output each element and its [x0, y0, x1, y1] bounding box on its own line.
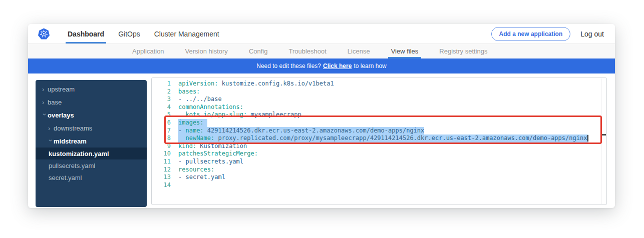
tree-item-label: kustomization.yaml: [49, 150, 109, 158]
section-tab-license[interactable]: License: [348, 44, 370, 58]
line-number: 8: [152, 134, 171, 142]
line-content: patchesStrategicMerge:: [178, 150, 258, 158]
line-content: kind: Kustomization: [178, 142, 247, 150]
section-tab-view-files[interactable]: View files: [391, 44, 419, 58]
code-lines: 1apiVersion: kustomize.config.k8s.io/v1b…: [152, 80, 600, 189]
chevron-right-icon: ›: [42, 86, 48, 93]
line-content: resources:: [178, 166, 214, 174]
code-line-6[interactable]: 6images:: [152, 119, 600, 127]
tree-item-label: overlays: [48, 112, 74, 119]
line-content: images:: [178, 119, 207, 127]
line-content: kots.io/app-slug: mysampleecrapp: [178, 111, 301, 119]
code-line-9[interactable]: 9kind: Kustomization: [152, 142, 600, 150]
code-line-1[interactable]: 1apiVersion: kustomize.config.k8s.io/v1b…: [152, 80, 600, 88]
overview-ruler-cursor-mark: [600, 134, 606, 136]
logout-button[interactable]: Log out: [580, 30, 604, 38]
line-content: apiVersion: kustomize.config.k8s.io/v1be…: [178, 80, 334, 88]
code-line-2[interactable]: 2bases:: [152, 88, 600, 96]
section-tab-config[interactable]: Config: [249, 44, 268, 58]
yaml-editor[interactable]: 1apiVersion: kustomize.config.k8s.io/v1b…: [151, 78, 607, 205]
chevron-down-icon: ›: [47, 139, 55, 144]
tree-item-kustomization-yaml[interactable]: kustomization.yaml: [36, 148, 147, 160]
tree-item-pullsecrets-yaml[interactable]: pullsecrets.yaml: [36, 160, 147, 172]
kubernetes-logo-icon: [38, 28, 50, 40]
line-number: 5: [152, 111, 171, 119]
chevron-right-icon: ›: [42, 98, 48, 106]
line-number: 6: [152, 119, 171, 127]
tree-item-label: base: [48, 98, 62, 106]
main-tab-dashboard[interactable]: Dashboard: [61, 24, 111, 44]
line-number: 7: [152, 127, 171, 135]
line-number: 14: [152, 182, 171, 190]
line-number: 3: [152, 96, 171, 104]
line-number: 11: [152, 158, 171, 166]
tree-item-label: secret.yaml: [49, 174, 82, 182]
line-number: 10: [152, 150, 171, 158]
line-content: - name: 429114214526.dkr.ecr.us-east-2.a…: [178, 127, 424, 135]
tree-item-upstream[interactable]: ›upstream: [36, 82, 147, 96]
banner-text-before: Need to edit these files?: [256, 62, 321, 70]
line-number: 1: [152, 80, 171, 88]
admin-console-window: DashboardGitOpsCluster Management Add a …: [28, 24, 615, 208]
line-number: 4: [152, 104, 171, 112]
banner-text-after: to learn how: [354, 62, 386, 70]
section-tab-registry-settings[interactable]: Registry settings: [439, 44, 487, 58]
chevron-right-icon: ›: [48, 124, 54, 132]
code-line-10[interactable]: 10patchesStrategicMerge:: [152, 150, 600, 158]
chevron-down-icon: ›: [41, 113, 49, 118]
tree-item-label: upstream: [48, 86, 75, 93]
code-line-5[interactable]: 5 kots.io/app-slug: mysampleecrapp: [152, 111, 600, 119]
code-line-12[interactable]: 12resources:: [152, 166, 600, 174]
section-tab-version-history[interactable]: Version history: [185, 44, 228, 58]
edit-files-banner: Need to edit these files? Click here to …: [28, 58, 615, 74]
code-line-8[interactable]: 8 newName: proxy.replicated.com/proxy/my…: [152, 134, 600, 142]
line-number: 12: [152, 166, 171, 174]
main-tab-cluster-management[interactable]: Cluster Management: [147, 24, 226, 44]
code-line-4[interactable]: 4commonAnnotations:: [152, 104, 600, 112]
line-content: newName: proxy.replicated.com/proxy/mysa…: [178, 134, 588, 142]
tree-item-base[interactable]: ›base: [36, 96, 147, 108]
line-number: 13: [152, 174, 171, 182]
tree-item-midstream[interactable]: ›midstream: [36, 134, 147, 148]
section-tab-application[interactable]: Application: [132, 44, 164, 58]
line-content: bases:: [178, 88, 200, 96]
click-here-link[interactable]: Click here: [323, 62, 352, 70]
app-section-tabs: ApplicationVersion historyConfigTroubles…: [28, 44, 615, 58]
text-cursor: [587, 135, 588, 142]
tree-item-label: downstreams: [54, 124, 92, 132]
tree-item-overlays[interactable]: ›overlays: [36, 108, 147, 122]
code-line-13[interactable]: 13- secret.yaml: [152, 174, 600, 182]
line-number: 2: [152, 88, 171, 96]
tree-item-downstreams[interactable]: ›downstreams: [36, 122, 147, 134]
main-tab-gitops[interactable]: GitOps: [111, 24, 147, 44]
file-tree-sidebar: ›upstream›base›overlays›downstreams›mids…: [36, 80, 147, 207]
code-line-3[interactable]: 3- ../../base: [152, 96, 600, 104]
code-line-7[interactable]: 7- name: 429114214526.dkr.ecr.us-east-2.…: [152, 127, 600, 135]
top-nav: DashboardGitOpsCluster Management Add a …: [28, 24, 615, 44]
main-nav-tabs: DashboardGitOpsCluster Management: [61, 24, 226, 44]
line-content: - pullsecrets.yaml: [178, 158, 243, 166]
line-content: - ../../base: [178, 96, 222, 104]
section-tab-troubleshoot[interactable]: Troubleshoot: [288, 44, 326, 58]
line-number: 9: [152, 142, 171, 150]
add-new-application-button[interactable]: Add a new application: [491, 27, 571, 41]
line-content: - secret.yaml: [178, 174, 225, 182]
tree-item-label: pullsecrets.yaml: [49, 162, 95, 170]
tree-item-label: midstream: [54, 138, 87, 145]
code-line-11[interactable]: 11- pullsecrets.yaml: [152, 158, 600, 166]
line-content: commonAnnotations:: [178, 104, 243, 112]
code-line-14[interactable]: 14: [152, 182, 600, 190]
editor-scrollbar-track[interactable]: [601, 78, 601, 204]
tree-item-secret-yaml[interactable]: secret.yaml: [36, 172, 147, 184]
